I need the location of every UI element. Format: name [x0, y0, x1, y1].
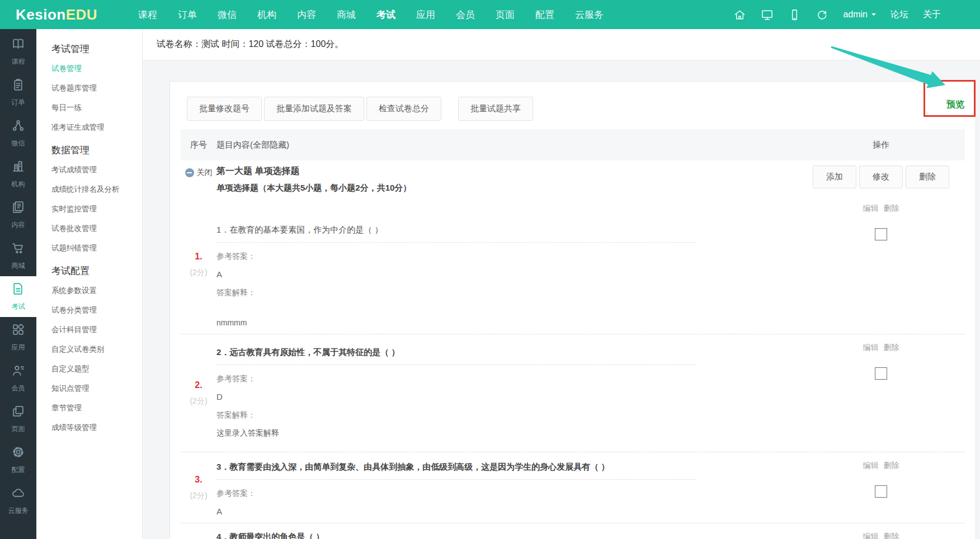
sidebar-item-课程[interactable]: 课程 [0, 31, 36, 72]
sidebar-item-配置[interactable]: 配置 [0, 439, 36, 480]
sidebar-item-会员[interactable]: 会员 [0, 358, 36, 399]
paper-info-text: 试卷名称：测试 时间：120 试卷总分：100分。 [157, 39, 343, 50]
sidebar-item-label: 商城 [12, 261, 25, 271]
nav-item-课程[interactable]: 课程 [138, 8, 157, 21]
edit-link[interactable]: 编辑 [863, 461, 879, 471]
submenu-item-自定义题型[interactable]: 自定义题型 [51, 359, 142, 379]
sidebar-item-云服务[interactable]: 云服务 [0, 480, 36, 521]
question-checkbox[interactable] [875, 485, 887, 498]
nav-item-应用[interactable]: 应用 [416, 8, 435, 21]
toolbar-button-批量添加试题及答案[interactable]: 批量添加试题及答案 [264, 97, 364, 121]
delete-link[interactable]: 删除 [884, 343, 899, 353]
submenu-item-试卷批改管理[interactable]: 试卷批改管理 [51, 219, 142, 238]
nav-item-内容[interactable]: 内容 [297, 8, 316, 21]
question-checkbox[interactable] [875, 367, 887, 380]
toolbar-button-检查试卷总分[interactable]: 检查试卷总分 [366, 97, 441, 121]
question-action-cell: 编辑删除 [797, 523, 965, 539]
question-checkbox[interactable] [875, 228, 887, 240]
sidebar-item-机构[interactable]: 机构 [0, 154, 36, 195]
sidebar-item-订单[interactable]: 订单 [0, 72, 36, 113]
submenu-item-试卷管理[interactable]: 试卷管理 [51, 59, 142, 78]
building-icon [11, 159, 25, 176]
paper-card: 预览 批量修改题号批量添加试题及答案检查试卷总分批量试题共享 序号 题目内容(全… [169, 81, 976, 539]
submenu-item-成绩统计排名及分析[interactable]: 成绩统计排名及分析 [51, 179, 142, 199]
question-score: (2分) [190, 491, 207, 501]
delete-link[interactable]: 删除 [884, 532, 899, 539]
submenu-item-考试成绩管理[interactable]: 考试成绩管理 [51, 160, 142, 179]
sidebar-item-商城[interactable]: 商城 [0, 235, 36, 276]
top-navbar: KesionEDU 课程订单微信机构内容商城考试应用会员页面配置云服务 admi… [0, 0, 980, 29]
edit-link[interactable]: 编辑 [863, 343, 879, 353]
question-action-links: 编辑删除 [863, 204, 899, 214]
home-icon[interactable] [733, 8, 746, 21]
question-number: 1. [195, 252, 202, 262]
navbar-icons [733, 8, 828, 21]
nav-item-考试[interactable]: 考试 [376, 8, 395, 21]
forum-link[interactable]: 论坛 [891, 9, 908, 21]
submenu-item-章节管理[interactable]: 章节管理 [51, 398, 142, 418]
submenu-item-试卷分类管理[interactable]: 试卷分类管理 [51, 300, 142, 320]
admin-username: admin [843, 10, 868, 20]
preview-link[interactable]: 预览 [946, 99, 964, 111]
group-action-添加[interactable]: 添加 [813, 166, 856, 188]
submenu-item-试题纠错管理[interactable]: 试题纠错管理 [51, 238, 142, 258]
question-action-cell: 编辑删除 [797, 334, 965, 452]
edit-link[interactable]: 编辑 [863, 204, 879, 214]
sidebar-item-考试[interactable]: 考试 [0, 276, 36, 317]
sidebar-item-label: 微信 [12, 139, 25, 148]
sidebar-item-微信[interactable]: 微信 [0, 113, 36, 154]
question-number-cell: 1.(2分) [181, 195, 216, 334]
answer-value: A [216, 270, 780, 279]
submenu-item-知识点管理[interactable]: 知识点管理 [51, 379, 142, 398]
submenu-section-title: 数据管理 [51, 144, 142, 157]
sidebar-item-内容[interactable]: 内容 [0, 195, 36, 235]
question-action-cell: 编辑删除 [797, 452, 965, 523]
delete-link[interactable]: 删除 [884, 461, 899, 471]
submenu-item-成绩等级管理[interactable]: 成绩等级管理 [51, 418, 142, 437]
question-action-cell: 编辑删除 [797, 195, 965, 334]
admin-menu[interactable]: admin [843, 10, 876, 20]
module-sidebar: 课程订单微信机构内容商城考试应用会员页面配置云服务 [0, 29, 36, 539]
refresh-icon[interactable] [816, 8, 828, 21]
monitor-icon[interactable] [761, 8, 774, 21]
question-rows: 1.(2分)1．在教育的基本要素国，作为中介的是（ ）参考答案：A答案解释：nm… [181, 195, 965, 539]
question-action-links: 编辑删除 [863, 532, 899, 539]
submenu-item-试卷题库管理[interactable]: 试卷题库管理 [51, 78, 142, 98]
sidebar-item-应用[interactable]: 应用 [0, 317, 36, 358]
edit-link[interactable]: 编辑 [863, 532, 879, 539]
exam-icon [11, 282, 25, 298]
question-row: 3.(2分)3．教育需要由浅入深，由简单到复杂、由具体到抽象，由低级到高级，这是… [181, 452, 965, 523]
brand-logo[interactable]: KesionEDU [0, 6, 138, 23]
submenu-item-每日一练[interactable]: 每日一练 [51, 98, 142, 117]
nav-item-配置[interactable]: 配置 [535, 8, 554, 21]
nav-item-云服务[interactable]: 云服务 [575, 8, 604, 21]
submenu-item-实时监控管理[interactable]: 实时监控管理 [51, 199, 142, 219]
docs-icon [11, 200, 25, 216]
submenu-item-系统参数设置[interactable]: 系统参数设置 [51, 281, 142, 300]
submenu-item-自定义试卷类别[interactable]: 自定义试卷类别 [51, 339, 142, 359]
explain-label: 答案解释： [216, 410, 780, 420]
nav-item-订单[interactable]: 订单 [178, 8, 197, 21]
group-action-修改[interactable]: 修改 [859, 166, 903, 188]
nav-item-机构[interactable]: 机构 [257, 8, 276, 21]
toolbar-button-批量试题共享[interactable]: 批量试题共享 [458, 97, 533, 121]
header-content: 题目内容(全部隐藏) [216, 140, 797, 150]
nav-item-页面[interactable]: 页面 [496, 8, 515, 21]
clipboard-icon [11, 78, 25, 94]
delete-link[interactable]: 删除 [884, 204, 899, 214]
submenu-item-会计科目管理[interactable]: 会计科目管理 [51, 320, 142, 339]
submenu-item-准考证生成管理[interactable]: 准考证生成管理 [51, 117, 142, 137]
about-link[interactable]: 关于 [923, 9, 941, 21]
nav-item-会员[interactable]: 会员 [456, 8, 475, 21]
nav-item-商城[interactable]: 商城 [337, 8, 356, 21]
sidebar-item-label: 配置 [12, 465, 25, 475]
group-action-删除[interactable]: 删除 [906, 166, 949, 188]
group-collapse-toggle[interactable]: 关闭 [181, 166, 216, 195]
main-area: 试卷名称：测试 时间：120 试卷总分：100分。 预览 批量修改题号批量添加试… [143, 29, 980, 539]
mobile-icon[interactable] [788, 8, 801, 21]
question-number-cell: 2.(2分) [181, 334, 216, 452]
question-group-row: 关闭 第一大题 单项选择题 单项选择题（本大题共5小题，每小题2分，共10分） … [181, 160, 965, 195]
toolbar-button-批量修改题号[interactable]: 批量修改题号 [187, 97, 262, 121]
sidebar-item-页面[interactable]: 页面 [0, 399, 36, 439]
nav-item-微信[interactable]: 微信 [218, 8, 237, 21]
